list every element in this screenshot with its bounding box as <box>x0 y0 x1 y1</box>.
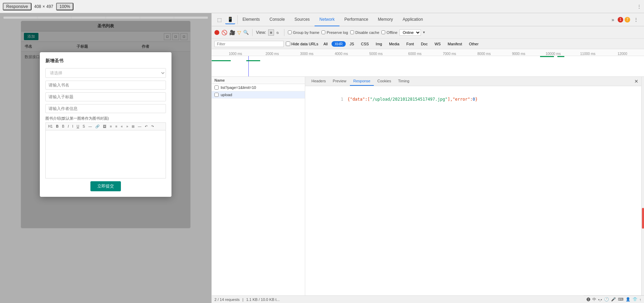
group-by-frame-checkbox[interactable] <box>288 30 292 34</box>
editor-bold[interactable]: B <box>55 124 60 129</box>
offline-label[interactable]: Offline <box>381 30 398 35</box>
detail-tab-cookies[interactable]: Cookies <box>374 77 395 86</box>
filter-button[interactable]: ▽ <box>237 30 241 35</box>
subtitle-input[interactable] <box>45 92 166 101</box>
editor-list1[interactable]: ≡ <box>108 124 113 129</box>
tab-application[interactable]: Application <box>398 13 428 26</box>
view-label: View: <box>256 30 266 35</box>
detail-tab-headers[interactable]: Headers <box>308 77 329 86</box>
editor-quote[interactable]: « <box>120 124 124 129</box>
scrollbar-thumb[interactable] <box>642 208 644 229</box>
view-waterfall-btn[interactable]: ⍉ <box>275 29 281 36</box>
toolbar-divider-2 <box>284 29 284 36</box>
view-requests-btn[interactable]: ≡ <box>268 29 274 36</box>
editor-b2[interactable]: B <box>61 124 66 129</box>
tab-console[interactable]: Console <box>265 13 290 26</box>
offline-checkbox[interactable] <box>381 30 385 34</box>
editor-area[interactable] <box>45 130 166 178</box>
editor-redo[interactable]: ↷ <box>150 124 155 129</box>
name-col-header: Name <box>214 78 225 82</box>
modal-overlay[interactable]: 新增圣书 请选择 图书介绍(默认第一图将作为图书封面) H1 B B I I <box>21 21 190 228</box>
devtools-more-icon[interactable]: ⋮ <box>632 16 641 24</box>
group-by-frame-label[interactable]: Group by frame <box>288 30 319 35</box>
detail-tab-preview[interactable]: Preview <box>329 77 350 86</box>
viewport-selector[interactable]: Responsive <box>3 3 32 10</box>
throttle-arrow: ▾ <box>423 30 425 35</box>
editor-h1[interactable]: H1 <box>47 124 54 129</box>
filter-input[interactable] <box>214 41 284 47</box>
preserve-log-checkbox[interactable] <box>321 30 325 34</box>
tick-2000ms: 2000 ms <box>266 52 279 56</box>
request-checkbox-upload[interactable] <box>214 93 219 97</box>
clear-button[interactable]: 🚫 <box>221 30 227 35</box>
request-checkbox-list[interactable] <box>214 85 219 90</box>
editor-strike[interactable]: S <box>81 124 87 129</box>
filter-manifest[interactable]: Manifest <box>444 41 465 47</box>
tab-sources[interactable]: Sources <box>290 13 315 26</box>
hide-data-urls-checkbox[interactable] <box>286 42 290 46</box>
detail-tab-timing[interactable]: Timing <box>395 77 413 86</box>
topbar-menu-icon[interactable]: ⋮ <box>637 4 641 9</box>
tick-7000ms: 7000 ms <box>443 52 456 56</box>
zoom-selector[interactable]: 100% <box>56 3 74 10</box>
search-button[interactable]: 🔍 <box>243 30 249 35</box>
tab-network[interactable]: Network <box>315 13 339 26</box>
tray-icon-2: 中 <box>592 297 596 302</box>
tab-performance[interactable]: Performance <box>339 13 373 26</box>
device-icon[interactable]: 📱 <box>225 15 235 24</box>
devtools-panel: ⬚ 📱 Elements Console Sources Network Per… <box>211 13 644 303</box>
main-layout: 圣书列表 添加 □ □ □ 书名 子标题 作者 数据接口请求异常: error <box>0 13 644 303</box>
editor-link[interactable]: 🔗 <box>94 124 101 129</box>
preserve-log-label[interactable]: Preserve log <box>321 30 348 35</box>
filter-xhr[interactable]: XHR <box>332 41 346 47</box>
request-row-list[interactable]: list?page=1&limit=10 <box>212 84 305 91</box>
submit-button[interactable]: 立即提交 <box>90 181 121 191</box>
filter-tabs: All XHR JS CSS Img Media Font Doc WS Man… <box>320 41 482 47</box>
editor-underline[interactable]: U <box>75 124 80 129</box>
book-name-input[interactable] <box>45 81 166 90</box>
detail-tab-response[interactable]: Response <box>350 77 374 86</box>
editor-table[interactable]: ⊞ <box>130 124 136 129</box>
editor-sep1[interactable]: — <box>87 124 93 129</box>
viewport-width: 408 <box>34 4 41 9</box>
screenshot-button[interactable]: 🎥 <box>229 30 235 35</box>
filter-all[interactable]: All <box>320 41 331 47</box>
record-button[interactable] <box>214 30 219 35</box>
editor-italic1[interactable]: I <box>67 124 70 129</box>
editor-undo[interactable]: ↶ <box>143 124 149 129</box>
overflow-tabs-icon[interactable]: » <box>609 16 616 24</box>
filter-ws[interactable]: WS <box>431 41 444 47</box>
right-scrollbar <box>641 77 644 295</box>
editor-img[interactable]: 🖼 <box>102 124 108 129</box>
book-category-select[interactable]: 请选择 <box>45 68 166 78</box>
author-input[interactable] <box>45 104 166 113</box>
scrollbar-top <box>3 17 208 19</box>
editor-sep2[interactable]: — <box>136 124 143 129</box>
disable-cache-checkbox[interactable] <box>350 30 354 34</box>
filter-img[interactable]: Img <box>373 41 385 47</box>
filter-js[interactable]: JS <box>346 41 357 47</box>
line-number: 1 <box>341 97 343 102</box>
close-detail-button[interactable]: ✕ <box>634 77 638 86</box>
filter-font[interactable]: Font <box>403 41 417 47</box>
request-row-upload[interactable]: upload <box>212 91 305 99</box>
tick-5000ms: 5000 ms <box>369 52 382 56</box>
inspect-icon[interactable]: ⬚ <box>215 15 224 24</box>
timeline-marker-blue <box>248 56 249 77</box>
filter-other[interactable]: Other <box>466 41 482 47</box>
divider-status-1: | <box>242 297 244 302</box>
editor-italic2[interactable]: I <box>71 124 74 129</box>
editor-code[interactable]: » <box>125 124 130 129</box>
filter-css[interactable]: CSS <box>358 41 372 47</box>
throttle-select[interactable]: Online <box>399 29 421 36</box>
editor-label: 图书介绍(默认第一图将作为图书封面) <box>45 116 166 121</box>
filter-doc[interactable]: Doc <box>418 41 431 47</box>
disable-cache-label[interactable]: Disable cache <box>350 30 379 35</box>
filter-media[interactable]: Media <box>386 41 403 47</box>
hide-data-urls-label[interactable]: Hide data URLs <box>286 42 318 46</box>
viewport-height: 497 <box>46 4 53 9</box>
tab-memory[interactable]: Memory <box>373 13 398 26</box>
editor-list2[interactable]: ≡ <box>114 124 119 129</box>
timeline-ruler: 1000 ms 2000 ms 3000 ms 4000 ms 5000 ms … <box>212 49 644 56</box>
tab-elements[interactable]: Elements <box>238 13 265 26</box>
